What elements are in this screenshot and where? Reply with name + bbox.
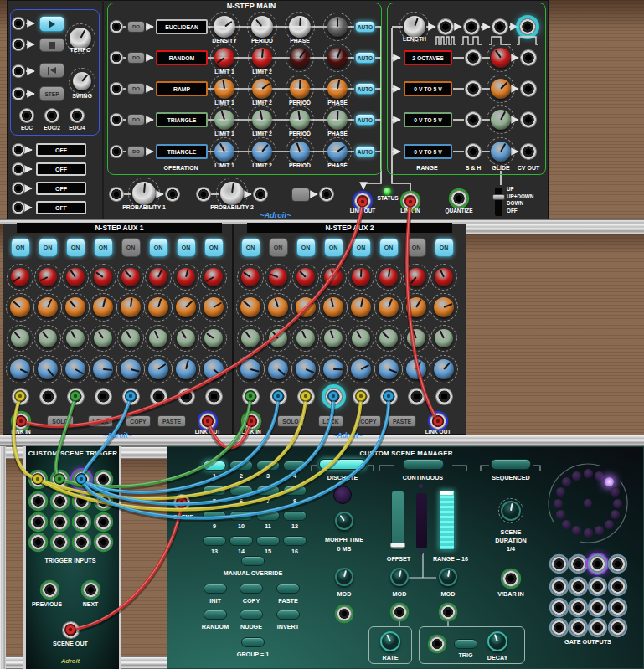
op-knob-4-3[interactable] xyxy=(327,142,348,162)
aux1-on-button-6[interactable]: ON xyxy=(177,238,196,257)
morph-knob[interactable] xyxy=(335,512,353,530)
aux1-on-button-4[interactable]: ON xyxy=(121,238,141,257)
aux2-blue-knob-5[interactable] xyxy=(379,359,399,379)
aux2-red-knob-6[interactable] xyxy=(407,268,425,286)
play-button[interactable] xyxy=(39,16,64,32)
off-row-jack-3[interactable] xyxy=(12,201,25,214)
edit-init-button[interactable] xyxy=(204,584,227,594)
mode-switch-option-3[interactable]: OFF xyxy=(507,208,518,214)
op-knob-0-1[interactable] xyxy=(251,16,273,38)
mode-switch-option-1[interactable]: UP+DOWN xyxy=(507,194,533,199)
auto-button-1[interactable]: AUTO xyxy=(355,52,375,64)
op-knob-1-0[interactable] xyxy=(214,48,234,68)
aux1-on-button-7[interactable]: ON xyxy=(204,238,224,257)
prob1-knob[interactable] xyxy=(132,182,156,205)
scene-out-jack[interactable] xyxy=(62,621,80,639)
op-jack-2[interactable] xyxy=(110,82,123,95)
aux1-red-knob-3[interactable] xyxy=(94,268,112,286)
scene-button-16[interactable] xyxy=(283,536,307,546)
op-jack-1[interactable] xyxy=(110,51,123,64)
range-display-3[interactable]: 0 V TO 5 V xyxy=(404,144,452,159)
aux2-green-knob-2[interactable] xyxy=(296,329,315,347)
transport-jack-3[interactable] xyxy=(12,87,25,100)
scene-button-4[interactable] xyxy=(283,461,307,471)
vbar-in-jack[interactable] xyxy=(502,570,519,587)
edit-invert-button[interactable] xyxy=(276,610,300,620)
aux2-red-knob-0[interactable] xyxy=(241,268,260,286)
aux2-orange-knob-0[interactable] xyxy=(240,297,260,317)
aux2-cv-jack-0[interactable] xyxy=(242,388,260,405)
off-row-jack-0[interactable] xyxy=(12,143,25,157)
reset-jack[interactable] xyxy=(319,187,334,202)
aux2-on-button-1[interactable]: ON xyxy=(269,238,288,257)
mod-knob-0[interactable] xyxy=(335,568,353,586)
reset-pad-button[interactable] xyxy=(291,188,310,202)
trigger-input-jack-4[interactable] xyxy=(30,493,46,509)
step-button[interactable]: STEP xyxy=(39,86,64,101)
aux2-cv-jack-7[interactable] xyxy=(435,388,453,405)
gate-output-jack-9[interactable] xyxy=(570,600,586,615)
aux1-green-knob-1[interactable] xyxy=(39,329,57,347)
scene-jack[interactable] xyxy=(173,494,190,511)
aux2-green-knob-4[interactable] xyxy=(352,329,370,347)
op-knob-4-1[interactable] xyxy=(252,142,272,162)
op-knob-1-3[interactable] xyxy=(327,48,348,68)
op-knob-2-0[interactable] xyxy=(214,79,234,99)
aux1-cv-jack-0[interactable] xyxy=(12,388,29,405)
aux1-green-knob-7[interactable] xyxy=(204,329,223,347)
aux1-orange-knob-2[interactable] xyxy=(65,297,85,317)
aux2-orange-knob-4[interactable] xyxy=(351,297,371,317)
aux1-green-knob-4[interactable] xyxy=(121,329,140,347)
off-row-jack-2[interactable] xyxy=(12,182,25,195)
mod-depth-bar[interactable] xyxy=(416,493,427,548)
aux2-cv-jack-6[interactable] xyxy=(408,388,425,405)
swing-knob[interactable] xyxy=(73,72,91,90)
aux1-orange-knob-0[interactable] xyxy=(10,297,30,317)
sh-jack-2[interactable] xyxy=(465,111,482,128)
sh-jack-0[interactable] xyxy=(465,49,482,66)
sequenced-button[interactable] xyxy=(491,459,531,470)
auto-button-0[interactable]: AUTO xyxy=(355,21,375,33)
rewind-button[interactable] xyxy=(39,63,64,78)
op-knob-4-2[interactable] xyxy=(290,142,310,162)
cvout-jack-2[interactable] xyxy=(520,111,537,128)
aux1-red-knob-4[interactable] xyxy=(121,268,140,286)
prob1-jack-in[interactable] xyxy=(109,187,124,202)
aux1-link-in-jack[interactable] xyxy=(13,413,29,430)
aux2-green-knob-0[interactable] xyxy=(241,329,260,347)
aux2-copy-button[interactable]: COPY xyxy=(356,415,381,427)
aux2-cv-jack-5[interactable] xyxy=(380,388,398,405)
range-display-0[interactable]: 2 OCTAVES xyxy=(404,50,452,65)
aux1-on-button-3[interactable]: ON xyxy=(94,238,113,257)
aux1-blue-knob-2[interactable] xyxy=(65,359,85,379)
sh-jack-3[interactable] xyxy=(465,143,482,160)
offset-slider-track[interactable] xyxy=(391,491,404,550)
aux2-on-button-7[interactable]: ON xyxy=(435,238,454,257)
aux2-red-knob-1[interactable] xyxy=(269,268,287,286)
aux1-orange-knob-3[interactable] xyxy=(93,297,113,317)
glide-knob-3[interactable] xyxy=(491,142,511,162)
range-display-1[interactable]: 0 V TO 5 V xyxy=(404,81,452,96)
aux1-on-button-1[interactable]: ON xyxy=(39,238,58,257)
rate-knob[interactable] xyxy=(380,631,400,651)
op-jack-4[interactable] xyxy=(110,145,123,158)
op-knob-3-0[interactable] xyxy=(214,110,234,130)
aux2-red-knob-4[interactable] xyxy=(352,268,370,286)
trigger-input-jack-10[interactable] xyxy=(74,514,90,530)
aux1-red-knob-2[interactable] xyxy=(66,268,85,286)
cvout-jack-1[interactable] xyxy=(520,80,537,97)
aux1-cv-jack-3[interactable] xyxy=(95,388,112,405)
gate-output-jack-4[interactable] xyxy=(551,579,567,594)
op-knob-1-2[interactable] xyxy=(290,48,310,68)
gate-output-jack-6[interactable] xyxy=(590,579,605,594)
aux2-lock-button[interactable]: LOCK xyxy=(318,415,343,427)
scene-button-14[interactable] xyxy=(229,536,253,546)
aux2-orange-knob-7[interactable] xyxy=(434,297,454,317)
aux2-on-button-4[interactable]: ON xyxy=(352,238,371,257)
trigger-input-jack-15[interactable] xyxy=(95,534,111,550)
scene-duration-knob[interactable] xyxy=(501,501,521,521)
edit-nudge-button[interactable] xyxy=(240,610,263,620)
mode-switch-handle[interactable] xyxy=(492,194,505,200)
continuous-button[interactable] xyxy=(403,459,444,470)
prob2-knob[interactable] xyxy=(220,182,244,205)
